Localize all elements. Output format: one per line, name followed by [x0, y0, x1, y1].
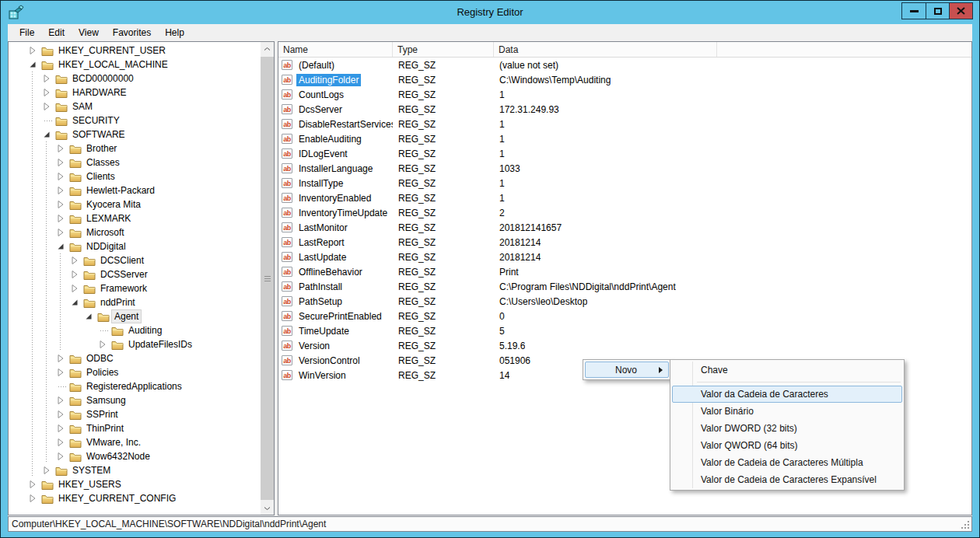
submenu-item-chave[interactable]: Chave	[672, 362, 902, 379]
tree-item-system[interactable]: SYSTEM	[9, 463, 261, 477]
value-row-installtype[interactable]: abInstallTypeREG_SZ1	[278, 176, 971, 190]
tree-item-auditing[interactable]: Auditing	[9, 323, 261, 337]
tree-item-samsung[interactable]: Samsung	[9, 393, 261, 407]
tree-item-hkey-users[interactable]: HKEY_USERS	[9, 477, 261, 491]
expand-icon[interactable]	[54, 155, 68, 169]
expand-icon[interactable]	[40, 100, 54, 114]
value-row-offlinebehavior[interactable]: abOfflineBehaviorREG_SZPrint	[278, 264, 971, 279]
context-menu-item-novo[interactable]: Novo	[585, 362, 669, 378]
tree-item-thinprint[interactable]: ThinPrint	[9, 421, 261, 435]
minimize-button[interactable]	[902, 3, 926, 19]
scroll-down-button[interactable]	[261, 501, 274, 515]
maximize-button[interactable]	[926, 3, 949, 19]
value-row-pathsetup[interactable]: abPathSetupREG_SZC:\Users\leo\Desktop	[278, 294, 971, 309]
tree-item-brother[interactable]: Brother	[9, 141, 261, 155]
submenu-item-valor-bin-rio[interactable]: Valor Binário	[672, 403, 902, 420]
tree-item-nddprint[interactable]: nddPrint	[9, 295, 261, 309]
value-row-lastmonitor[interactable]: abLastMonitorREG_SZ201812141657	[278, 220, 971, 235]
expand-icon[interactable]	[54, 169, 68, 183]
tree-item-nddigital[interactable]: NDDigital	[9, 239, 261, 253]
submenu-item-valor-da-cadeia-de-caracteres[interactable]: Valor da Cadeia de Caracteres	[672, 386, 902, 403]
collapse-icon[interactable]	[26, 58, 40, 72]
expand-icon[interactable]	[68, 281, 82, 295]
expand-icon[interactable]	[54, 141, 68, 155]
tree-item-software[interactable]: SOFTWARE	[9, 128, 261, 141]
expand-icon[interactable]	[54, 183, 68, 197]
value-row-pathinstall[interactable]: abPathInstallREG_SZC:\Program Files\NDDi…	[278, 279, 971, 294]
tree-item-hkey-current-user[interactable]: HKEY_CURRENT_USER	[9, 44, 261, 58]
tree-item-registeredapplications[interactable]: RegisteredApplications	[9, 379, 261, 393]
expand-icon[interactable]	[54, 449, 68, 463]
value-row-inventorytimeupdate[interactable]: abInventoryTimeUpdateREG_SZ2	[278, 205, 971, 220]
expand-icon[interactable]	[96, 337, 110, 351]
menubar-item-file[interactable]: File	[12, 25, 41, 40]
tree-item-dcsserver[interactable]: DCSServer	[9, 267, 261, 281]
tree-item-microsoft[interactable]: Microsoft	[9, 225, 261, 239]
value-row-countlogs[interactable]: abCountLogsREG_SZ1	[278, 87, 971, 102]
expand-icon[interactable]	[54, 407, 68, 421]
expand-icon[interactable]	[54, 421, 68, 435]
submenu-item-valor-qword-64-bits[interactable]: Valor QWORD (64 bits)	[672, 437, 902, 454]
expand-icon[interactable]	[40, 86, 54, 100]
expand-icon[interactable]	[26, 44, 40, 58]
expand-icon[interactable]	[54, 393, 68, 407]
expand-icon[interactable]	[54, 435, 68, 449]
tree-item-odbc[interactable]: ODBC	[9, 351, 261, 365]
value-row-disablerestartservices[interactable]: abDisableRestartServicesREG_SZ1	[278, 117, 971, 131]
value-row-enableauditing[interactable]: abEnableAuditingREG_SZ1	[278, 131, 971, 146]
tree-item-hardware[interactable]: HARDWARE	[9, 86, 261, 100]
menubar-item-help[interactable]: Help	[158, 25, 191, 40]
column-header-type[interactable]: Type	[393, 42, 494, 57]
tree-item-agent[interactable]: Agent	[9, 309, 261, 323]
tree-item-wow6432node[interactable]: Wow6432Node	[9, 449, 261, 463]
expand-icon[interactable]	[68, 253, 82, 267]
tree-item-framework[interactable]: Framework	[9, 281, 261, 295]
tree-item-clients[interactable]: Clients	[9, 169, 261, 183]
value-row-lastupdate[interactable]: abLastUpdateREG_SZ20181214	[278, 250, 971, 264]
expand-icon[interactable]	[26, 491, 40, 505]
close-button[interactable]	[949, 3, 972, 19]
collapse-icon[interactable]	[82, 309, 96, 323]
tree-vertical-scrollbar[interactable]	[261, 42, 274, 515]
menubar-item-favorites[interactable]: Favorites	[106, 25, 158, 40]
menubar-item-edit[interactable]: Edit	[41, 25, 72, 40]
tree-item-classes[interactable]: Classes	[9, 155, 261, 169]
tree-item-ssprint[interactable]: SSPrint	[9, 407, 261, 421]
tree-item-kyocera-mita[interactable]: Kyocera Mita	[9, 197, 261, 211]
tree-item-dcsclient[interactable]: DCSClient	[9, 253, 261, 267]
expand-icon[interactable]	[54, 351, 68, 365]
value-row-auditingfolder[interactable]: abAuditingFolderREG_SZC:\Windows\Temp\Au…	[278, 72, 971, 87]
column-header-name[interactable]: Name	[278, 42, 393, 57]
submenu-item-valor-de-cadeia-de-caracteres-m-ltipla[interactable]: Valor de Cadeia de Caracteres Múltipla	[672, 454, 902, 471]
expand-icon[interactable]	[40, 72, 54, 86]
value-row-idlogevent[interactable]: abIDLogEventREG_SZ1	[278, 146, 971, 161]
expand-icon[interactable]	[54, 225, 68, 239]
value-row-secureprintenabled[interactable]: abSecurePrintEnabledREG_SZ0	[278, 309, 971, 323]
value-row-timeupdate[interactable]: abTimeUpdateREG_SZ5	[278, 323, 971, 338]
value-row-dcsserver[interactable]: abDcsServerREG_SZ172.31.249.93	[278, 102, 971, 117]
tree-item-sam[interactable]: SAM	[9, 100, 261, 114]
scroll-up-button[interactable]	[261, 42, 274, 55]
value-row-lastreport[interactable]: abLastReportREG_SZ20181214	[278, 235, 971, 250]
collapse-icon[interactable]	[54, 239, 68, 253]
scrollbar-thumb[interactable]	[261, 57, 274, 500]
collapse-icon[interactable]	[40, 128, 54, 141]
submenu-item-valor-dword-32-bits[interactable]: Valor DWORD (32 bits)	[672, 420, 902, 437]
expand-icon[interactable]	[26, 477, 40, 491]
tree-item-policies[interactable]: Policies	[9, 365, 261, 379]
collapse-icon[interactable]	[68, 295, 82, 309]
tree-item-bcd00000000[interactable]: BCD00000000	[9, 72, 261, 86]
value-row-installerlanguage[interactable]: abInstallerLanguageREG_SZ1033	[278, 161, 971, 176]
column-header-data[interactable]: Data	[494, 42, 717, 57]
expand-icon[interactable]	[54, 197, 68, 211]
tree-item-hkey-current-config[interactable]: HKEY_CURRENT_CONFIG	[9, 491, 261, 505]
tree-item-lexmark[interactable]: LEXMARK	[9, 211, 261, 225]
tree-item-security[interactable]: SECURITY	[9, 114, 261, 128]
menubar-item-view[interactable]: View	[72, 25, 106, 40]
value-row-default[interactable]: ab(Default)REG_SZ(value not set)	[278, 58, 971, 72]
submenu-item-valor-de-cadeia-de-caracteres-expans-vel[interactable]: Valor de Cadeia de Caracteres Expansível	[672, 471, 902, 488]
tree-item-updatefilesids[interactable]: UpdateFilesIDs	[9, 337, 261, 351]
tree-item-hewlett-packard[interactable]: Hewlett-Packard	[9, 183, 261, 197]
expand-icon[interactable]	[54, 365, 68, 379]
expand-icon[interactable]	[68, 267, 82, 281]
